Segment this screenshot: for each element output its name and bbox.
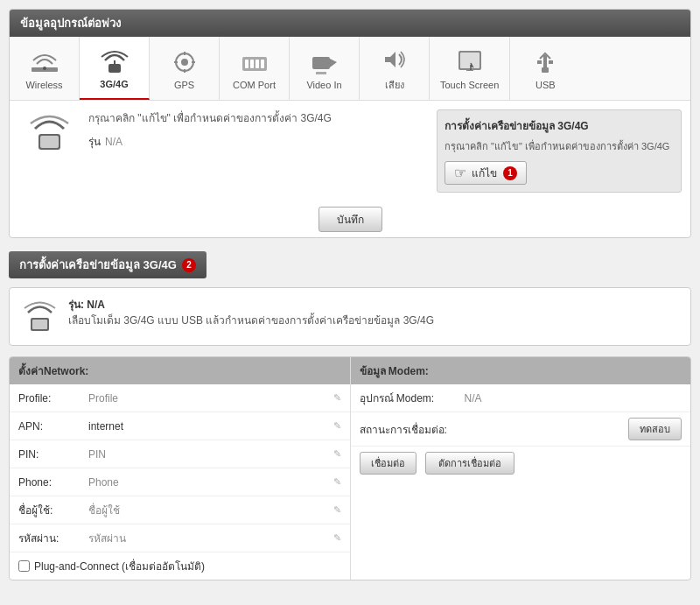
touchscreen-label: Touch Screen (440, 80, 499, 90)
plug-and-connect-row: Plug-and-Connect (เชื่อมต่ออัตโนมัติ) (10, 552, 350, 580)
model-value: N/A (105, 136, 122, 148)
password-label: รหัสผ่าน: (18, 530, 88, 546)
right-section-desc: กรุณาคลิก "แก้ไข" เพื่อกำหนดค่าของการตั้… (444, 138, 674, 154)
password-edit-icon[interactable]: ✎ (333, 532, 341, 544)
svg-rect-19 (460, 53, 480, 68)
page-wrapper: ข้อมูลอุปกรณ์ต่อพ่วง Wireless (0, 0, 700, 589)
device-icons-row: Wireless 3G/4G (10, 37, 690, 101)
username-label: ชื่อผู้ใช้: (18, 502, 88, 518)
svg-marker-16 (330, 59, 337, 67)
plug-and-connect-checkbox[interactable] (18, 560, 30, 572)
password-row: รหัสผ่าน: รหัสผ่าน ✎ (10, 524, 350, 552)
panel-header: ข้อมูลอุปกรณ์ต่อพ่วง (10, 10, 690, 37)
panel-title: ข้อมูลอุปกรณ์ต่อพ่วง (20, 17, 121, 30)
device-tab-touchscreen[interactable]: Touch Screen (430, 37, 510, 100)
top-content-area: กรุณาคลิก "แก้ไข" เพื่อกำหนดค่าของการตั้… (10, 101, 690, 201)
3g4g-large-icon (25, 109, 74, 158)
svg-point-1 (43, 67, 46, 70)
edit-badge: 1 (503, 166, 517, 180)
device-tab-3g4g[interactable]: 3G/4G (80, 37, 150, 100)
apn-value: internet (88, 420, 333, 433)
svg-rect-26 (40, 136, 59, 148)
device-tab-sound[interactable]: เสียง (360, 37, 430, 100)
username-edit-icon[interactable]: ✎ (333, 504, 341, 516)
svg-rect-21 (542, 67, 549, 73)
modem-status-row: สถานะการเชื่อมต่อ: ทดสอบ (351, 412, 691, 447)
top-left-icon (18, 109, 80, 158)
apn-label: APN: (18, 420, 88, 433)
videoin-label: Video In (306, 80, 341, 90)
phone-value: Phone (88, 476, 333, 489)
section2-header: การตั้งค่าเครือข่ายข้อมูล 3G/4G 2 (9, 251, 691, 278)
top-right-panel: การตั้งค่าเครือข่ายข้อมูล 3G/4G กรุณาคลิ… (437, 109, 682, 193)
save-btn-label: บันทึก (337, 214, 364, 226)
section2-title-bar: การตั้งค่าเครือข่ายข้อมูล 3G/4G 2 (9, 251, 206, 278)
apn-edit-icon[interactable]: ✎ (333, 420, 341, 432)
model-row: รุ่น N/A (88, 133, 428, 150)
top-panel: ข้อมูลอุปกรณ์ต่อพ่วง Wireless (9, 9, 691, 238)
comport-icon (237, 46, 272, 77)
pin-row: PIN: PIN ✎ (10, 440, 350, 468)
svg-rect-2 (108, 64, 121, 73)
save-button[interactable]: บันทึก (318, 207, 382, 232)
settings-grid: ตั้งค่าNetwork: Profile: Profile ✎ APN: … (9, 356, 691, 580)
device-tab-gps[interactable]: GPS (150, 37, 220, 100)
usb-label: USB (536, 80, 556, 90)
password-value: รหัสผ่าน (88, 530, 333, 546)
svg-rect-17 (316, 72, 326, 74)
device-tab-wireless[interactable]: Wireless (10, 37, 80, 100)
right-section-title: การตั้งค่าเครือข่ายข้อมูล 3G/4G (444, 117, 674, 134)
section2-badge: 2 (182, 258, 196, 272)
info-box: รุ่น: N/A เลือบโมเด็ม 3G/4G แบบ USB แล้ว… (9, 287, 691, 346)
phone-row: Phone: Phone ✎ (10, 468, 350, 496)
profile-label: Profile: (18, 392, 88, 405)
device-tab-videoin[interactable]: Video In (290, 37, 360, 100)
sound-label: เสียง (385, 77, 404, 93)
section2: การตั้งค่าเครือข่ายข้อมูล 3G/4G 2 รุ่น: … (9, 251, 691, 580)
edit-button[interactable]: ☞ แก้ไข 1 (444, 161, 527, 185)
touchscreen-icon (452, 46, 487, 77)
svg-point-5 (181, 59, 188, 66)
disconnect-button[interactable]: ตัดการเชื่อมต่อ (425, 452, 514, 475)
pin-label: PIN: (18, 448, 88, 461)
gps-label: GPS (174, 80, 194, 90)
gps-icon (167, 46, 202, 77)
profile-row: Profile: Profile ✎ (10, 384, 350, 412)
test-button[interactable]: ทดสอบ (628, 418, 682, 440)
usb-icon (528, 46, 563, 77)
profile-edit-icon[interactable]: ✎ (333, 392, 341, 404)
test-btn-label: ทดสอบ (640, 424, 670, 434)
pin-edit-icon[interactable]: ✎ (333, 448, 341, 460)
disconnect-btn-label: ตัดการเชื่อมต่อ (438, 458, 501, 468)
svg-rect-22 (543, 55, 547, 67)
svg-rect-13 (256, 60, 259, 68)
svg-rect-14 (261, 60, 264, 68)
modem-device-row: อุปกรณ์ Modem: N/A (351, 384, 691, 412)
device-tab-usb[interactable]: USB (510, 37, 580, 100)
svg-rect-15 (312, 57, 330, 69)
device-tab-comport[interactable]: COM Port (220, 37, 290, 100)
cursor-hand: ☞ (454, 165, 466, 181)
3g4g-label: 3G/4G (100, 79, 128, 89)
info-desc: เลือบโมเด็ม 3G/4G แบบ USB แล้วกำหนดค่าขอ… (68, 313, 434, 328)
modem-header: ข้อมูล Modem: (351, 357, 691, 384)
network-settings-panel: ตั้งค่าNetwork: Profile: Profile ✎ APN: … (10, 357, 351, 580)
connect-button[interactable]: เชื่อมต่อ (360, 452, 416, 475)
apn-row: APN: internet ✎ (10, 412, 350, 440)
phone-label: Phone: (18, 476, 88, 489)
save-btn-row: บันทึก (10, 201, 690, 237)
modem-device-value: N/A (465, 392, 682, 405)
model-label: รุ่น (88, 133, 101, 150)
svg-rect-11 (245, 60, 248, 68)
connect-buttons-row: เชื่อมต่อ ตัดการเชื่อมต่อ (351, 447, 691, 480)
svg-rect-23 (537, 60, 542, 64)
phone-edit-icon[interactable]: ✎ (333, 476, 341, 488)
info-model: รุ่น: N/A (68, 297, 434, 313)
profile-value: Profile (88, 392, 333, 405)
top-desc-text: กรุณาคลิก "แก้ไข" เพื่อกำหนดค่าของการตั้… (88, 109, 428, 126)
3g4g-info-icon (20, 297, 60, 336)
username-value: ชื่อผู้ใช้ (88, 502, 333, 518)
svg-rect-28 (32, 320, 47, 329)
modem-status-label: สถานะการเชื่อมต่อ: (360, 421, 465, 438)
svg-rect-24 (549, 60, 553, 64)
